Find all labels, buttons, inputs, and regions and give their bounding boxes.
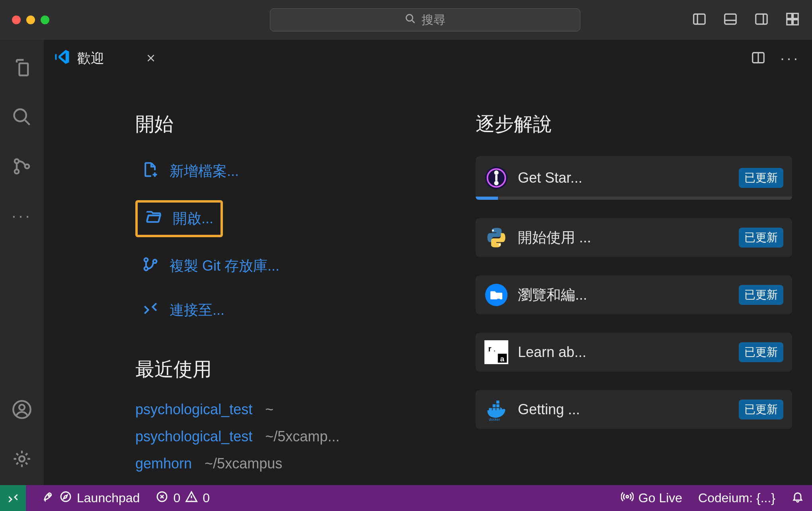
svg-point-41 <box>626 495 629 497</box>
python-icon <box>484 226 508 250</box>
tab-title: 歡迎 <box>77 49 104 68</box>
svg-rect-3 <box>756 14 767 24</box>
launchpad-item[interactable]: Launchpad <box>34 490 148 506</box>
explorer-icon[interactable] <box>12 57 32 78</box>
recent-item[interactable]: psychological_test ~/5xcamp... <box>135 428 452 445</box>
more-views-icon[interactable]: ··· <box>12 205 32 226</box>
walkthrough-card-gitlens[interactable]: Get Star... 已更新 <box>476 156 792 200</box>
start-section-title: 開始 <box>135 111 452 137</box>
svg-point-24 <box>499 244 501 246</box>
search-view-icon[interactable] <box>12 107 32 127</box>
toggle-secondary-sidebar-icon[interactable] <box>754 12 769 28</box>
split-editor-icon[interactable] <box>751 50 766 67</box>
remote-folder-icon <box>484 283 508 307</box>
svg-rect-5 <box>793 14 798 19</box>
open-folder-link[interactable]: 開啟... <box>135 200 223 237</box>
card-label: 開始使用 ... <box>518 228 729 248</box>
progress-fill <box>476 197 498 200</box>
card-label: Learn ab... <box>518 344 729 361</box>
walkthrough-card-docker[interactable]: docker Getting ... 已更新 <box>476 390 792 429</box>
svg-text:docker: docker <box>489 417 500 421</box>
codeium-item[interactable]: Codeium: {...} <box>690 491 783 505</box>
bell-icon <box>791 490 804 506</box>
svg-point-39 <box>61 492 70 501</box>
window-zoom-button[interactable] <box>41 16 49 24</box>
svg-point-0 <box>406 14 413 21</box>
more-editor-actions-icon[interactable]: ··· <box>780 50 800 67</box>
title-bar: 搜尋 <box>0 0 812 40</box>
window-minimize-button[interactable] <box>26 16 35 24</box>
walkthrough-cards: Get Star... 已更新 開始使用 ... 已更新 <box>476 156 792 429</box>
remote-indicator[interactable] <box>0 485 26 511</box>
svg-rect-36 <box>496 401 500 404</box>
activity-bar: ··· <box>0 40 44 485</box>
go-live-item[interactable]: Go Live <box>613 490 690 506</box>
svg-point-14 <box>19 456 25 462</box>
svg-point-9 <box>15 159 19 163</box>
go-live-label: Go Live <box>638 491 682 505</box>
tab-welcome[interactable]: 歡迎 <box>44 40 170 77</box>
recent-name: gemhorn <box>135 455 192 472</box>
vscode-logo-icon <box>54 49 70 68</box>
card-label: Get Star... <box>518 170 729 186</box>
svg-rect-1 <box>694 14 705 24</box>
svg-point-21 <box>494 170 498 175</box>
tabs-row: 歡迎 ··· <box>44 40 812 77</box>
walkthroughs-title: 逐步解說 <box>476 111 792 137</box>
recents-section: 最近使用 psychological_test ~ psychological_… <box>135 357 452 472</box>
svg-point-10 <box>15 170 19 174</box>
compass-icon <box>59 490 72 506</box>
svg-rect-34 <box>493 404 496 408</box>
status-bar: Launchpad 0 0 Go Live Codeium: {...} <box>0 485 812 511</box>
customize-layout-icon[interactable] <box>785 12 800 28</box>
walkthrough-card-learn[interactable]: r.a Learn ab... 已更新 <box>476 333 792 372</box>
tab-close-icon[interactable] <box>111 51 156 66</box>
welcome-page: 開始 新增檔案... 開啟... 複製 Git 存放庫... <box>44 77 812 485</box>
new-file-link[interactable]: 新增檔案... <box>135 156 452 187</box>
toggle-panel-icon[interactable] <box>723 12 738 28</box>
problems-item[interactable]: 0 0 <box>148 490 218 506</box>
new-file-icon <box>142 161 159 182</box>
svg-rect-4 <box>787 14 792 19</box>
editor-area: 歡迎 ··· 開始 新增檔案... 開啟... <box>44 40 812 485</box>
ra-icon: r.a <box>484 340 508 364</box>
toggle-primary-sidebar-icon[interactable] <box>692 12 707 28</box>
clone-repo-link[interactable]: 複製 Git 存放庫... <box>135 251 452 281</box>
start-item-label: 連接至... <box>170 300 224 320</box>
accounts-icon[interactable] <box>12 399 32 420</box>
command-center-search[interactable]: 搜尋 <box>270 8 580 31</box>
svg-point-22 <box>494 181 498 185</box>
updated-badge: 已更新 <box>739 168 783 188</box>
warning-icon <box>185 490 198 506</box>
notifications-item[interactable] <box>783 490 812 506</box>
walkthrough-card-remote[interactable]: 瀏覽和編... 已更新 <box>476 275 792 314</box>
svg-point-16 <box>144 258 148 262</box>
svg-rect-35 <box>496 404 500 408</box>
svg-point-13 <box>19 405 25 410</box>
search-icon <box>405 13 416 27</box>
docker-icon: docker <box>484 398 508 421</box>
recent-path: ~ <box>265 401 273 418</box>
broadcast-icon <box>621 490 634 506</box>
launchpad-label: Launchpad <box>77 491 140 505</box>
card-label: 瀏覽和編... <box>518 285 729 305</box>
recent-item[interactable]: psychological_test ~ <box>135 401 452 418</box>
start-item-label: 新增檔案... <box>170 162 239 181</box>
window-close-button[interactable] <box>12 16 21 24</box>
walkthroughs-column: 逐步解說 Get Star... 已更新 <box>476 111 796 485</box>
recent-item[interactable]: gemhorn ~/5xcampus <box>135 455 452 472</box>
svg-text:a: a <box>500 355 504 363</box>
start-item-label: 複製 Git 存放庫... <box>170 256 279 276</box>
svg-rect-2 <box>725 14 736 24</box>
source-control-icon[interactable] <box>12 156 32 177</box>
recent-path: ~/5xcampus <box>205 455 282 472</box>
settings-gear-icon[interactable] <box>12 449 32 469</box>
codeium-label: Codeium: {...} <box>698 491 775 505</box>
progress-track <box>476 197 792 200</box>
updated-badge: 已更新 <box>739 228 783 248</box>
open-folder-icon <box>145 208 162 229</box>
walkthrough-card-python[interactable]: 開始使用 ... 已更新 <box>476 218 792 257</box>
connect-to-link[interactable]: 連接至... <box>135 295 452 326</box>
welcome-left-column: 開始 新增檔案... 開啟... 複製 Git 存放庫... <box>135 111 452 485</box>
svg-text:.: . <box>494 344 496 353</box>
